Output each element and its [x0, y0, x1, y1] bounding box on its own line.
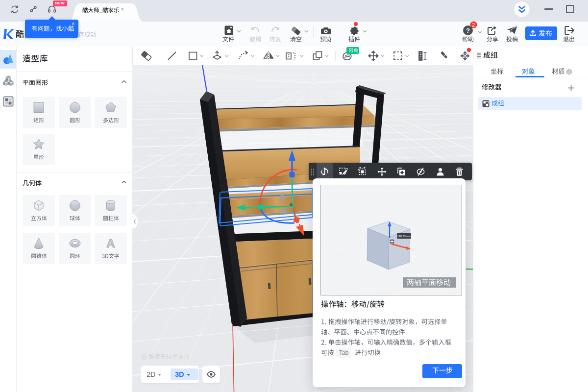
svg-text:198.13 mm: 198.13 mm [397, 235, 411, 238]
svg-text:A: A [106, 237, 115, 250]
svg-text:?: ? [466, 27, 470, 34]
svg-text:2: 2 [472, 22, 475, 28]
